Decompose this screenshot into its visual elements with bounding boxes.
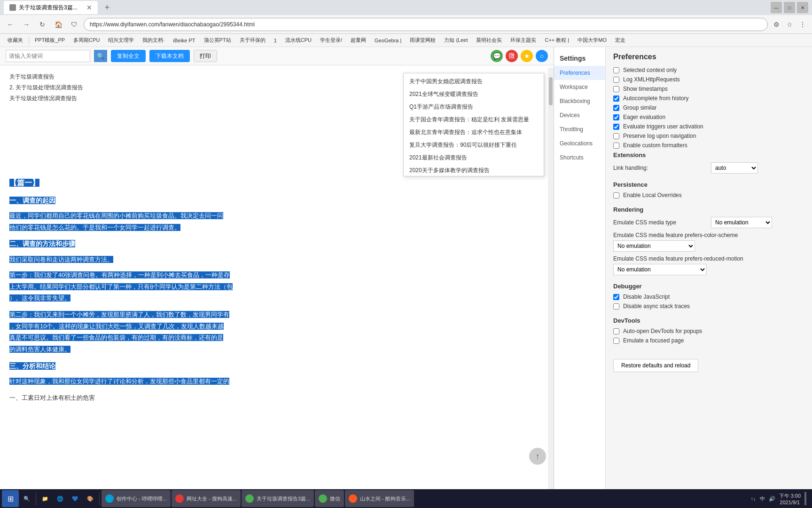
start-button[interactable]: ⊞ — [2, 490, 19, 507]
settings-nav-throttling[interactable]: Throttling — [554, 122, 605, 136]
bookmark-1[interactable]: 1 — [270, 35, 281, 46]
tab-close-btn[interactable]: ✕ — [86, 4, 92, 11]
volume-icon[interactable]: 🔊 — [769, 496, 775, 502]
taskbar-laji[interactable]: 关于垃圾调查报告3篇... — [242, 490, 314, 507]
show-desktop-btn[interactable] — [804, 492, 806, 505]
bookmark-mydoc[interactable]: 我的文档· — [139, 35, 168, 46]
checkbox-group-similar[interactable] — [613, 105, 619, 111]
settings-nav-shortcuts[interactable]: Shortcuts — [554, 151, 605, 165]
checkbox-show-timestamps[interactable] — [613, 86, 619, 92]
checkbox-auto-open[interactable] — [613, 328, 619, 334]
back-to-top-btn[interactable]: ↑ — [529, 448, 546, 465]
bookmark-ppt[interactable]: PPT模板_PP — [31, 35, 69, 46]
back-btn[interactable]: ← — [4, 18, 17, 31]
share-icon[interactable]: ○ — [536, 50, 548, 62]
checkbox-preserve-log[interactable] — [613, 133, 619, 139]
link-handling-select[interactable]: auto manual — [711, 162, 758, 174]
bookmark-cpu1[interactable]: 多周期CPU — [70, 35, 103, 46]
settings-nav-workspace[interactable]: Workspace — [554, 80, 605, 94]
restore-defaults-button[interactable]: Restore defaults and reload — [613, 359, 698, 372]
search-result-item[interactable]: 2020关于多媒体教学的调查报告 — [404, 164, 544, 176]
search-result-item[interactable]: 2021全球气候变暖调查报告 — [404, 88, 544, 101]
bookmark-geo[interactable]: GeoGebra | — [371, 35, 405, 46]
taskbar-search[interactable]: 🔍 — [20, 490, 34, 507]
search-result-item[interactable]: 关于中国男女婚恋观调查报告 — [404, 75, 544, 88]
search-result-item[interactable]: 最新北京青年调查报告：追求个性也在意集体 — [404, 126, 544, 139]
bookmark-pugy[interactable]: 蒲公英PT站 — [200, 35, 235, 46]
new-tab-btn[interactable]: + — [102, 2, 113, 13]
active-tab[interactable]: 关于垃圾调查报告3篇... ✕ — [4, 1, 98, 14]
settings-nav-blackboxing[interactable]: Blackboxing — [554, 94, 605, 108]
settings-nav-preferences[interactable]: Preferences — [554, 66, 605, 80]
bookmark-chaoliang[interactable]: 超量网 — [347, 35, 370, 46]
doc-link-1[interactable]: 关于垃圾调查报告 — [9, 73, 55, 80]
print-button[interactable]: 打印 — [194, 50, 217, 62]
checkbox-autocomplete[interactable] — [613, 95, 619, 102]
bookmark-cpu2[interactable]: 流水线CPU — [281, 35, 315, 46]
extensions-icon[interactable]: ⚙ — [771, 19, 782, 30]
favorite-icon[interactable]: ★ — [521, 50, 533, 62]
checkbox-log-xml[interactable] — [613, 77, 619, 83]
close-btn[interactable]: ✕ — [797, 2, 808, 13]
doc-link-3[interactable]: 关于垃圾处理情况调查报告 — [9, 95, 77, 102]
weibo-icon[interactable]: 微 — [506, 50, 518, 62]
search-button[interactable]: 🔍 — [94, 50, 107, 62]
refresh-btn[interactable]: ↻ — [36, 18, 49, 31]
bookmark-shoucangjia[interactable]: 收藏夹 — [4, 35, 27, 46]
download-button[interactable]: 下载本文档 — [149, 50, 190, 62]
taskbar-music[interactable]: 山水之间 - 酷狗音乐... — [345, 490, 414, 507]
ime-icon[interactable]: 中 — [760, 495, 765, 502]
taskbar-wechat[interactable]: 微信 — [315, 490, 344, 507]
scrollbar-thumb[interactable] — [549, 77, 553, 105]
bookmark-cpp[interactable]: C++ 教程 | — [541, 35, 573, 46]
checkbox-row-eval-triggers: Evaluate triggers user activation — [613, 123, 804, 130]
address-bar[interactable]: https://www.diyifanwen.com/fanwen/diaoch… — [84, 18, 768, 31]
taskbar-vscode[interactable]: 💙 — [68, 490, 82, 507]
bookmark-ibeike[interactable]: iBeike PT — [169, 35, 199, 46]
bookmark-hongzou[interactable]: 宏走 — [611, 35, 629, 46]
bookmark-chenming[interactable]: 晨明社会实 — [472, 35, 506, 46]
star-icon[interactable]: ☆ — [784, 19, 795, 30]
menu-icon[interactable]: ⋮ — [797, 19, 808, 30]
search-result-item[interactable]: 2021最新社会调查报告 — [404, 151, 544, 164]
checkbox-disable-async[interactable] — [613, 303, 619, 310]
checkbox-custom-formatters[interactable] — [613, 143, 619, 149]
search-result-item[interactable]: 关于国企青年调查报告：稳定是红利 发展需思量 — [404, 113, 544, 126]
emulate-css-media-select[interactable]: No emulation print screen — [711, 217, 772, 228]
emulate-prefers-color-select[interactable]: No emulation prefers-color-scheme: dark … — [613, 240, 695, 252]
search-result-item[interactable]: Q1手游产品市场调查报告 — [404, 101, 544, 113]
clock[interactable]: 下午 3:00 2021/9/1 — [779, 492, 801, 505]
scrollbar-track[interactable] — [548, 68, 554, 493]
home-btn[interactable]: 🏠 — [52, 18, 65, 31]
search-input[interactable] — [6, 50, 90, 62]
bookmark-shaoxing[interactable]: 绍兴文理学 — [104, 35, 138, 46]
checkbox-local-overrides[interactable] — [613, 192, 619, 198]
checkbox-eager-eval[interactable] — [613, 114, 619, 120]
bookmark-mooc[interactable]: 中国大学MO — [574, 35, 610, 46]
copy-all-button[interactable]: 复制全文 — [111, 50, 146, 62]
checkbox-eval-triggers[interactable] — [613, 124, 619, 130]
emulate-reduced-motion-select[interactable]: No emulation prefers-reduced-motion: red… — [613, 264, 707, 275]
bookmark-lizhi[interactable]: 力知 (Leet — [440, 35, 471, 46]
checkbox-emulate-focused[interactable] — [613, 338, 619, 344]
taskbar-chuangzuo[interactable]: 创作中心 - 哔哩哔哩... — [102, 490, 171, 507]
taskbar-file-explorer[interactable]: 📁 — [38, 490, 52, 507]
settings-nav-geolocations[interactable]: Geolocations — [554, 136, 605, 151]
bookmark-yuketang[interactable]: 雨课堂网校 — [406, 35, 439, 46]
bookmark-student[interactable]: 学生登录/ — [316, 35, 346, 46]
taskbar-photoshop[interactable]: 🎨 — [83, 490, 97, 507]
checkbox-disable-js[interactable] — [613, 294, 619, 300]
bookmark-huanbao[interactable]: 关于环保的 — [236, 35, 269, 46]
checkbox-selected-context[interactable] — [613, 67, 619, 73]
network-icon[interactable]: ↑↓ — [751, 496, 756, 501]
taskbar-edge[interactable]: 🌐 — [53, 490, 67, 507]
rendering-title: Rendering — [613, 206, 804, 213]
forward-btn[interactable]: → — [20, 18, 33, 31]
settings-nav-devices[interactable]: Devices — [554, 108, 605, 122]
bookmark-huanbao2[interactable]: 环保主题实 — [507, 35, 540, 46]
minimize-btn[interactable]: — — [771, 2, 782, 13]
taskbar-sougou[interactable]: 网址大全 - 搜狗高速... — [172, 490, 241, 507]
restore-btn[interactable]: □ — [784, 2, 795, 13]
search-result-item[interactable]: 复旦大学调查报告：90后可以很好接下重任 — [404, 139, 544, 151]
wechat-icon[interactable]: 💬 — [491, 50, 503, 62]
